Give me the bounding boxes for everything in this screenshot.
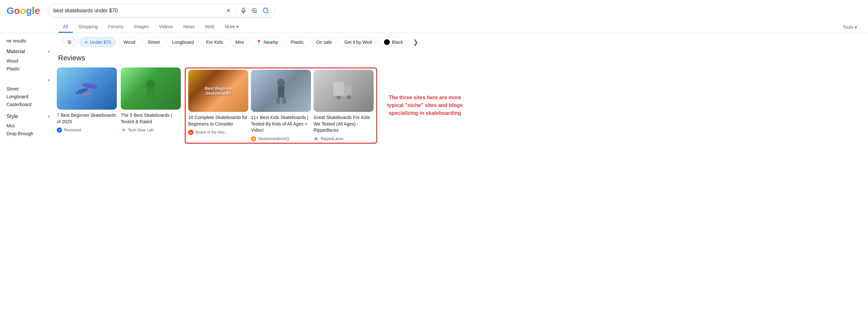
filter-street[interactable]: Street	[143, 37, 164, 47]
reviewed-icon: ✓	[57, 128, 62, 133]
sidebar-material-section: Material ∧ Wood Plastic	[6, 48, 50, 73]
review-card-1-source: ✓ Reviewed	[57, 128, 117, 133]
review-card-2-image	[121, 67, 181, 110]
reviews-title: Reviews	[57, 54, 862, 62]
sidebar-type-section: ∧ Street Longboard Casterboard	[6, 78, 50, 108]
tab-news[interactable]: News	[179, 22, 199, 33]
google-logo: Google	[6, 5, 40, 16]
svg-rect-22	[282, 97, 286, 104]
review-card-5-source: R RippedLaces	[314, 136, 374, 141]
svg-point-12	[68, 43, 69, 44]
clear-button[interactable]: ✕	[226, 7, 231, 14]
filter-getitwed[interactable]: Get it by Wed	[339, 37, 376, 47]
tab-forums[interactable]: Forums	[103, 22, 128, 33]
review-card-3-image: Best BeginneSkateboards	[188, 70, 248, 112]
style-chevron[interactable]: ∧	[48, 114, 50, 119]
sidebar: ne results Material ∧ Wood Plastic ∧ Str…	[0, 33, 57, 150]
sidebar-material-title: Material ∧	[6, 48, 50, 55]
review-card-3-overlay-text: Best BeginneSkateboards	[202, 83, 235, 98]
content-area: Reviews 7 Best Beginner Skateboa	[57, 51, 868, 150]
filter-row: ✕ Under $70 Wood Street Longboard For Ki…	[57, 33, 868, 51]
material-chevron[interactable]: ∧	[48, 49, 50, 54]
review-card-1-title: 7 Best Beginner Skateboards of 2025	[57, 112, 117, 125]
svg-rect-21	[276, 97, 280, 104]
filter-longboard[interactable]: Longboard	[167, 37, 199, 47]
sidebar-item-street[interactable]: Street	[6, 85, 50, 93]
voice-search-button[interactable]	[240, 7, 247, 14]
tab-shopping[interactable]: Shopping	[74, 22, 102, 33]
svg-rect-20	[278, 86, 284, 97]
search-icon-group: ✕	[226, 7, 270, 14]
board-icon: ●	[188, 130, 193, 135]
review-card-1[interactable]: 7 Best Beginner Skateboards of 2025 ✓ Re…	[57, 67, 117, 133]
review-card-4-image	[251, 70, 311, 112]
divider	[235, 7, 236, 14]
filter-mini[interactable]: Mini	[230, 37, 249, 47]
svg-rect-0	[243, 8, 244, 12]
annotation-text: The three sites here are more typical "n…	[383, 94, 467, 117]
non-highlighted-cards: 7 Best Beginner Skateboards of 2025 ✓ Re…	[57, 67, 181, 133]
sidebar-item-casterboard[interactable]: Casterboard	[6, 101, 50, 108]
svg-point-10	[68, 40, 69, 41]
skateboardershq-icon: ◎	[251, 136, 256, 141]
search-input[interactable]	[53, 8, 223, 13]
sidebar-type-title: ∧	[6, 78, 50, 82]
sidebar-item-plastic[interactable]: Plastic	[6, 65, 50, 73]
filter-options-button[interactable]	[62, 37, 77, 47]
black-circle-icon	[384, 39, 390, 45]
search-button[interactable]	[262, 7, 270, 14]
nav-tabs: All Shopping Forums Images Videos News W…	[0, 20, 868, 33]
sidebar-item-longboard[interactable]: Longboard	[6, 93, 50, 101]
sidebar-style-title: Style ∧	[6, 113, 50, 120]
review-card-4[interactable]: 11+ Best Kids Skateboards | Tested By Ki…	[251, 70, 311, 141]
techgearlab-icon: ⚗	[121, 128, 126, 133]
tools-button[interactable]: Tools ▾	[838, 22, 862, 32]
lens-button[interactable]	[251, 7, 258, 14]
review-card-3-title: 10 Complete Skateboards for Beginners to…	[188, 114, 248, 127]
review-card-2-title: The 5 Best Skateboards | Tested & Rated	[121, 112, 181, 125]
review-card-1-image	[57, 67, 117, 110]
search-bar: ✕	[48, 4, 275, 18]
sidebar-item-mini[interactable]: Mini	[6, 122, 50, 130]
filter-plastic[interactable]: Plastic	[286, 37, 309, 47]
filter-x-icon: ✕	[84, 40, 88, 45]
type-chevron[interactable]: ∧	[48, 78, 50, 82]
review-card-4-source: ◎ SkateboardersHQ	[251, 136, 311, 141]
filter-black[interactable]: Black	[379, 37, 408, 47]
filter-onsale[interactable]: On sale	[311, 37, 337, 47]
filters-next-button[interactable]: ❯	[410, 37, 421, 47]
rippedlaces-icon: R	[314, 136, 319, 141]
tab-videos[interactable]: Videos	[155, 22, 178, 33]
main-layout: ne results Material ∧ Wood Plastic ∧ Str…	[0, 33, 868, 150]
reviews-container: 7 Best Beginner Skateboards of 2025 ✓ Re…	[57, 67, 862, 144]
tab-web[interactable]: Web	[200, 22, 219, 33]
svg-point-11	[70, 42, 71, 43]
highlighted-cards-box: Best BeginneSkateboards 10 Complete Skat…	[185, 67, 377, 144]
sidebar-item-dropthrough[interactable]: Drop-through	[6, 130, 50, 137]
review-card-5-image	[314, 70, 374, 112]
svg-point-19	[277, 79, 285, 87]
review-card-2[interactable]: The 5 Best Skateboards | Tested & Rated …	[121, 67, 181, 133]
svg-point-6	[263, 8, 268, 13]
filter-wood[interactable]: Wood	[119, 37, 140, 47]
tab-all[interactable]: All	[58, 22, 73, 33]
sidebar-item-wood[interactable]: Wood	[6, 57, 50, 65]
review-card-3-source: ● Board of the Wor...	[188, 130, 248, 135]
sidebar-style-section: Style ∧ Mini Drop-through	[6, 113, 50, 137]
results-label: ne results	[6, 38, 50, 43]
filter-forkids[interactable]: For Kids	[201, 37, 228, 47]
svg-rect-27	[333, 82, 344, 96]
svg-rect-18	[149, 91, 153, 98]
tab-more[interactable]: More ▾	[220, 22, 243, 33]
filter-under70[interactable]: ✕ Under $70	[80, 37, 116, 47]
review-card-3[interactable]: Best BeginneSkateboards 10 Complete Skat…	[188, 70, 248, 141]
svg-point-26	[347, 95, 351, 100]
review-card-5[interactable]: Great Skateboards For Kids We Tested (Al…	[314, 70, 374, 141]
header: Google ✕	[0, 0, 868, 20]
review-card-4-title: 11+ Best Kids Skateboards | Tested By Ki…	[251, 114, 311, 134]
pin-icon: 📍	[256, 40, 261, 45]
tab-images[interactable]: Images	[129, 22, 153, 33]
review-card-5-title: Great Skateboards For Kids We Tested (Al…	[314, 114, 374, 134]
right-content: ✕ Under $70 Wood Street Longboard For Ki…	[57, 33, 868, 150]
filter-nearby[interactable]: 📍 Nearby	[251, 37, 283, 47]
